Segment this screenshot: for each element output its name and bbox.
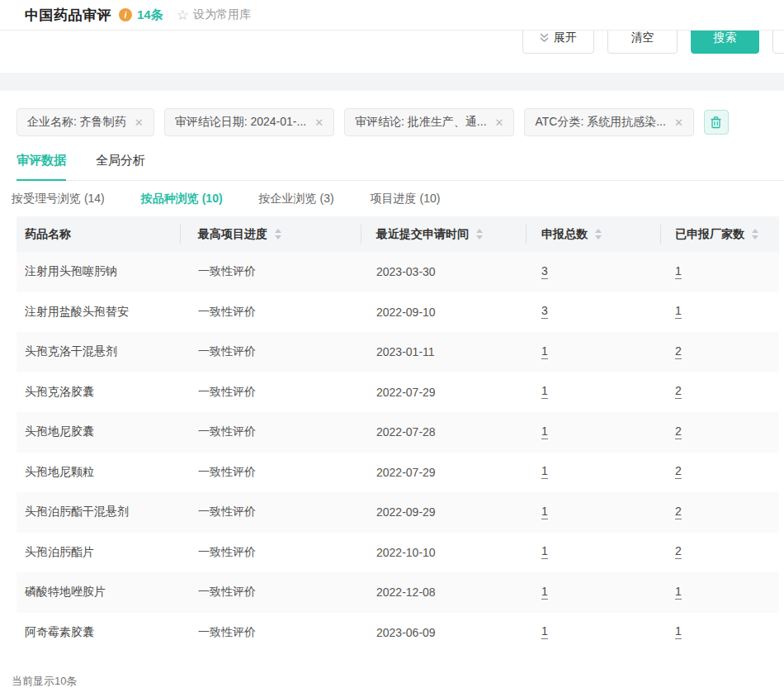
clear-all-filters-button[interactable]: [704, 110, 729, 135]
cell-drug-name: 头孢克洛胶囊: [17, 372, 180, 413]
table-row: 头孢地尼颗粒 一致性评价 2022-07-29 1 2: [17, 453, 779, 493]
close-icon[interactable]: ✕: [314, 116, 324, 129]
filter-chip-label: 企业名称: 齐鲁制药: [27, 115, 126, 130]
search-button[interactable]: 搜索: [691, 31, 759, 54]
total-applications-link[interactable]: 1: [541, 545, 548, 559]
cell-total: 1: [526, 533, 660, 573]
cell-total: 1: [526, 572, 660, 613]
total-applications-link[interactable]: 3: [541, 305, 548, 319]
cell-progress: 一致性评价: [180, 252, 361, 292]
filter-chips-row: 企业名称: 齐鲁制药 ✕ 审评结论日期: 2024-01-... ✕ 审评结论:…: [17, 108, 784, 136]
cell-date: 2023-01-11: [361, 332, 526, 372]
companies-link[interactable]: 1: [675, 625, 682, 639]
sort-icon[interactable]: [752, 229, 758, 239]
sort-icon[interactable]: [476, 229, 483, 239]
filter-chip-label: 审评结论日期: 2024-01-...: [175, 115, 307, 130]
cell-date: 2022-10-10: [361, 533, 526, 573]
subtab-by-variety[interactable]: 按品种浏览 (10): [141, 192, 223, 206]
double-chevron-down-icon: [540, 33, 549, 43]
sort-icon[interactable]: [275, 229, 281, 239]
column-header-drug-name: 药品名称: [17, 216, 180, 252]
total-applications-link[interactable]: 1: [541, 425, 548, 439]
cell-companies: 2: [660, 453, 779, 493]
subtab-by-acceptance-number[interactable]: 按受理号浏览 (14): [12, 192, 105, 206]
companies-link[interactable]: 2: [675, 465, 682, 479]
cell-date: 2022-12-08: [361, 572, 526, 613]
table-row: 头孢地尼胶囊 一致性评价 2022-07-28 1 2: [17, 412, 779, 453]
set-favorite-library[interactable]: ☆ 设为常用库: [177, 7, 251, 22]
cell-drug-name: 头孢泊肟酯干混悬剂: [17, 492, 180, 533]
table-row: 注射用头孢噻肟钠 一致性评价 2023-03-30 3 1: [17, 252, 779, 292]
cell-progress: 一致性评价: [180, 332, 361, 372]
companies-link[interactable]: 2: [675, 345, 682, 359]
tab-global-analysis[interactable]: 全局分析: [96, 153, 145, 180]
results-table: 药品名称 最高项目进度 最近提交申请时间 申报总数 已申报厂家数 注射用头孢噻肟…: [17, 216, 779, 652]
companies-link[interactable]: 1: [675, 265, 682, 279]
result-count-badge: 14条: [137, 7, 163, 23]
title-bar: 中国药品审评 i 14条 ☆ 设为常用库: [0, 0, 784, 31]
cell-progress: 一致性评价: [180, 613, 361, 653]
cell-companies: 2: [660, 412, 779, 453]
cell-progress: 一致性评价: [180, 533, 361, 573]
star-outline-icon: ☆: [177, 8, 189, 22]
total-applications-link[interactable]: 1: [541, 586, 548, 600]
companies-link[interactable]: 2: [675, 505, 682, 519]
companies-link[interactable]: 2: [675, 425, 682, 439]
table-row: 头孢泊肟酯片 一致性评价 2022-10-10 1 2: [17, 533, 779, 573]
cell-companies: 2: [660, 332, 779, 372]
cell-drug-name: 阿奇霉素胶囊: [17, 613, 180, 653]
column-header-total-applications: 申报总数: [526, 216, 660, 252]
total-applications-link[interactable]: 1: [541, 385, 548, 399]
cell-drug-name: 注射用头孢噻肟钠: [17, 252, 180, 292]
cell-date: 2022-07-29: [361, 372, 526, 413]
search-form-buttons: 展开 清空 搜索: [522, 31, 784, 54]
expand-button-label: 展开: [554, 31, 577, 45]
cell-date: 2022-07-28: [361, 412, 526, 453]
cell-date: 2022-09-29: [361, 492, 526, 533]
cell-companies: 2: [660, 533, 779, 573]
subtab-project-progress[interactable]: 项目进度 (10): [371, 192, 441, 206]
sort-icon[interactable]: [595, 229, 602, 239]
total-applications-link[interactable]: 3: [541, 265, 548, 279]
close-icon[interactable]: ✕: [495, 116, 504, 129]
total-applications-link[interactable]: 1: [541, 505, 548, 519]
clipped-edge-button[interactable]: [772, 31, 784, 54]
subtab-by-company[interactable]: 按企业浏览 (3): [259, 192, 334, 206]
tab-review-data[interactable]: 审评数据: [17, 153, 66, 181]
column-header-highest-progress: 最高项目进度: [180, 216, 361, 252]
cell-progress: 一致性评价: [180, 372, 361, 413]
close-icon[interactable]: ✕: [674, 116, 683, 129]
table-row: 注射用盐酸头孢替安 一致性评价 2022-09-10 3 1: [17, 292, 779, 333]
close-icon[interactable]: ✕: [135, 116, 144, 129]
column-header-label: 药品名称: [25, 227, 71, 242]
cell-progress: 一致性评价: [180, 492, 361, 533]
cell-total: 3: [526, 252, 660, 292]
cell-companies: 2: [660, 492, 779, 533]
cell-companies: 1: [660, 613, 779, 653]
cell-drug-name: 头孢地尼颗粒: [17, 453, 180, 493]
page-background-band: [0, 73, 784, 91]
companies-link[interactable]: 1: [675, 586, 682, 600]
clear-button[interactable]: 清空: [607, 31, 678, 54]
companies-link[interactable]: 2: [675, 385, 682, 399]
cell-date: 2023-06-09: [361, 613, 526, 653]
cell-companies: 1: [660, 292, 779, 333]
table-row: 头孢克洛胶囊 一致性评价 2022-07-29 1 2: [17, 372, 779, 413]
cell-total: 1: [526, 453, 660, 493]
companies-link[interactable]: 2: [675, 545, 682, 559]
total-applications-link[interactable]: 1: [541, 345, 548, 359]
info-circle-icon[interactable]: i: [119, 8, 132, 21]
total-applications-link[interactable]: 1: [541, 465, 548, 479]
cell-companies: 1: [660, 572, 779, 613]
column-header-label: 最近提交申请时间: [376, 227, 469, 242]
companies-link[interactable]: 1: [675, 305, 682, 319]
cell-companies: 1: [660, 252, 779, 292]
filter-chip-review-conclusion: 审评结论: 批准生产、通... ✕: [344, 108, 514, 136]
filter-chip-atc: ATC分类: 系统用抗感染... ✕: [524, 108, 693, 136]
cell-date: 2022-09-10: [361, 292, 526, 333]
column-header-applied-companies: 已申报厂家数: [660, 216, 779, 252]
total-applications-link[interactable]: 1: [541, 625, 548, 639]
expand-button[interactable]: 展开: [522, 31, 594, 54]
filter-chip-review-date: 审评结论日期: 2024-01-... ✕: [164, 108, 334, 136]
cell-total: 3: [526, 292, 660, 333]
